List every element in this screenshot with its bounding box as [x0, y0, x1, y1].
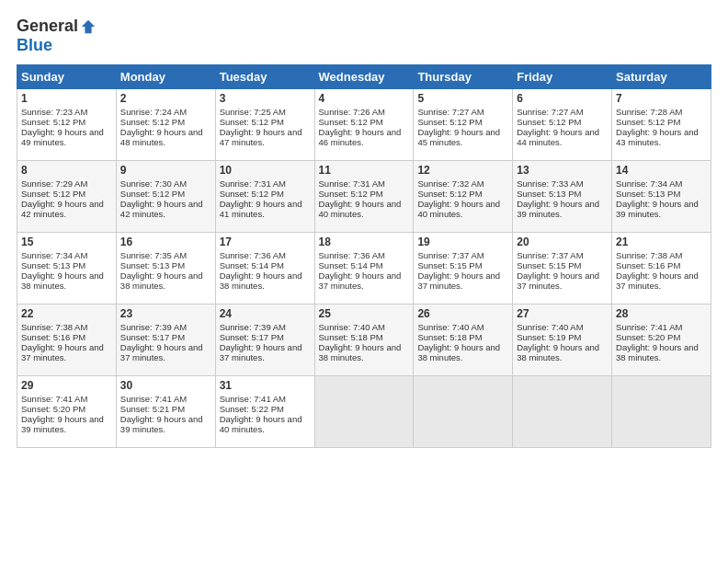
calendar-cell — [612, 376, 711, 448]
sunset-text: Sunset: 5:14 PM — [319, 260, 383, 270]
sunset-text: Sunset: 5:16 PM — [21, 332, 85, 342]
calendar-cell: 15Sunrise: 7:34 AMSunset: 5:13 PMDayligh… — [17, 233, 117, 304]
sunset-text: Sunset: 5:12 PM — [120, 117, 185, 127]
svg-marker-0 — [82, 19, 95, 32]
sunset-text: Sunset: 5:20 PM — [21, 404, 85, 414]
calendar-cell: 25Sunrise: 7:40 AMSunset: 5:18 PMDayligh… — [314, 304, 414, 376]
sunset-text: Sunset: 5:15 PM — [417, 260, 482, 270]
calendar-week-row: 22Sunrise: 7:38 AMSunset: 5:16 PMDayligh… — [17, 304, 711, 376]
calendar-cell: 26Sunrise: 7:40 AMSunset: 5:18 PMDayligh… — [414, 304, 513, 376]
calendar-cell: 29Sunrise: 7:41 AMSunset: 5:20 PMDayligh… — [17, 376, 117, 448]
calendar-table: SundayMondayTuesdayWednesdayThursdayFrid… — [17, 64, 711, 448]
day-number: 24 — [220, 307, 311, 320]
sunset-text: Sunset: 5:18 PM — [417, 332, 482, 342]
sunset-text: Sunset: 5:12 PM — [220, 189, 284, 199]
daylight-text: Daylight: 9 hours and 39 minutes. — [616, 199, 699, 219]
calendar-cell — [513, 376, 612, 448]
day-number: 8 — [21, 164, 112, 177]
daylight-text: Daylight: 9 hours and 37 minutes. — [319, 270, 402, 291]
sunrise-text: Sunrise: 7:24 AM — [120, 107, 187, 117]
daylight-text: Daylight: 9 hours and 47 minutes. — [220, 127, 302, 147]
day-number: 21 — [616, 236, 707, 248]
sunset-text: Sunset: 5:13 PM — [21, 260, 85, 270]
sunrise-text: Sunrise: 7:38 AM — [616, 250, 682, 260]
daylight-text: Daylight: 9 hours and 40 minutes. — [220, 414, 302, 434]
daylight-text: Daylight: 9 hours and 45 minutes. — [417, 127, 500, 147]
day-number: 6 — [517, 92, 608, 105]
calendar-week-row: 1Sunrise: 7:23 AMSunset: 5:12 PMDaylight… — [17, 89, 711, 161]
calendar-cell: 2Sunrise: 7:24 AMSunset: 5:12 PMDaylight… — [116, 89, 215, 161]
day-number: 4 — [319, 92, 410, 105]
sunrise-text: Sunrise: 7:41 AM — [220, 394, 286, 404]
day-header: Saturday — [612, 65, 711, 89]
daylight-text: Daylight: 9 hours and 44 minutes. — [517, 127, 599, 147]
calendar-cell: 27Sunrise: 7:40 AMSunset: 5:19 PMDayligh… — [513, 304, 612, 376]
calendar-cell: 3Sunrise: 7:25 AMSunset: 5:12 PMDaylight… — [215, 89, 314, 161]
day-number: 27 — [517, 307, 608, 320]
daylight-text: Daylight: 9 hours and 39 minutes. — [21, 414, 104, 434]
daylight-text: Daylight: 9 hours and 49 minutes. — [21, 127, 104, 147]
sunset-text: Sunset: 5:12 PM — [319, 117, 383, 127]
calendar-week-row: 8Sunrise: 7:29 AMSunset: 5:12 PMDaylight… — [17, 161, 711, 233]
sunrise-text: Sunrise: 7:36 AM — [220, 250, 286, 260]
calendar-cell: 1Sunrise: 7:23 AMSunset: 5:12 PMDaylight… — [17, 89, 117, 161]
day-header: Thursday — [414, 65, 513, 89]
sunset-text: Sunset: 5:12 PM — [21, 189, 85, 199]
sunrise-text: Sunrise: 7:41 AM — [616, 322, 682, 332]
daylight-text: Daylight: 9 hours and 37 minutes. — [616, 270, 699, 291]
sunrise-text: Sunrise: 7:38 AM — [21, 322, 87, 332]
sunrise-text: Sunrise: 7:31 AM — [319, 178, 385, 189]
calendar-cell: 6Sunrise: 7:27 AMSunset: 5:12 PMDaylight… — [513, 89, 612, 161]
daylight-text: Daylight: 9 hours and 39 minutes. — [517, 199, 599, 219]
calendar-cell: 8Sunrise: 7:29 AMSunset: 5:12 PMDaylight… — [17, 161, 117, 233]
sunset-text: Sunset: 5:12 PM — [21, 117, 85, 127]
calendar-cell: 7Sunrise: 7:28 AMSunset: 5:12 PMDaylight… — [612, 89, 711, 161]
logo-general-text: General — [17, 17, 78, 36]
day-header: Tuesday — [215, 65, 314, 89]
calendar-cell: 13Sunrise: 7:33 AMSunset: 5:13 PMDayligh… — [513, 161, 612, 233]
calendar-cell: 24Sunrise: 7:39 AMSunset: 5:17 PMDayligh… — [215, 304, 314, 376]
daylight-text: Daylight: 9 hours and 48 minutes. — [120, 127, 203, 147]
daylight-text: Daylight: 9 hours and 39 minutes. — [120, 414, 203, 434]
sunrise-text: Sunrise: 7:28 AM — [616, 107, 682, 117]
sunrise-text: Sunrise: 7:30 AM — [120, 178, 187, 189]
daylight-text: Daylight: 9 hours and 40 minutes. — [319, 199, 402, 219]
sunrise-text: Sunrise: 7:27 AM — [417, 107, 483, 117]
day-number: 25 — [319, 307, 410, 320]
sunset-text: Sunset: 5:19 PM — [517, 332, 581, 342]
sunset-text: Sunset: 5:12 PM — [220, 117, 284, 127]
sunrise-text: Sunrise: 7:39 AM — [220, 322, 286, 332]
sunset-text: Sunset: 5:16 PM — [616, 260, 680, 270]
sunrise-text: Sunrise: 7:37 AM — [417, 250, 483, 260]
day-number: 7 — [616, 92, 707, 105]
sunset-text: Sunset: 5:12 PM — [417, 189, 482, 199]
day-number: 15 — [21, 236, 112, 248]
sunrise-text: Sunrise: 7:26 AM — [319, 107, 385, 117]
day-number: 30 — [120, 379, 211, 392]
day-number: 9 — [120, 164, 211, 177]
sunset-text: Sunset: 5:12 PM — [120, 189, 185, 199]
daylight-text: Daylight: 9 hours and 37 minutes. — [517, 270, 599, 291]
daylight-text: Daylight: 9 hours and 38 minutes. — [319, 342, 402, 362]
sunset-text: Sunset: 5:20 PM — [616, 332, 680, 342]
daylight-text: Daylight: 9 hours and 43 minutes. — [616, 127, 699, 147]
sunrise-text: Sunrise: 7:37 AM — [517, 250, 583, 260]
sunset-text: Sunset: 5:12 PM — [417, 117, 482, 127]
calendar-header: General Blue — [17, 17, 711, 55]
calendar-cell: 22Sunrise: 7:38 AMSunset: 5:16 PMDayligh… — [17, 304, 117, 376]
calendar-cell: 11Sunrise: 7:31 AMSunset: 5:12 PMDayligh… — [314, 161, 414, 233]
daylight-text: Daylight: 9 hours and 40 minutes. — [417, 199, 500, 219]
daylight-text: Daylight: 9 hours and 37 minutes. — [220, 342, 302, 362]
day-number: 11 — [319, 164, 410, 177]
day-number: 26 — [417, 307, 508, 320]
day-number: 16 — [120, 236, 211, 248]
sunset-text: Sunset: 5:14 PM — [220, 260, 284, 270]
calendar-week-row: 29Sunrise: 7:41 AMSunset: 5:20 PMDayligh… — [17, 376, 711, 448]
sunset-text: Sunset: 5:18 PM — [319, 332, 383, 342]
daylight-text: Daylight: 9 hours and 37 minutes. — [120, 342, 203, 362]
sunset-text: Sunset: 5:13 PM — [120, 260, 185, 270]
day-number: 31 — [220, 379, 311, 392]
day-number: 5 — [417, 92, 508, 105]
day-header: Sunday — [17, 65, 117, 89]
calendar-container: General Blue SundayMondayTuesdayWednesda… — [0, 0, 728, 457]
